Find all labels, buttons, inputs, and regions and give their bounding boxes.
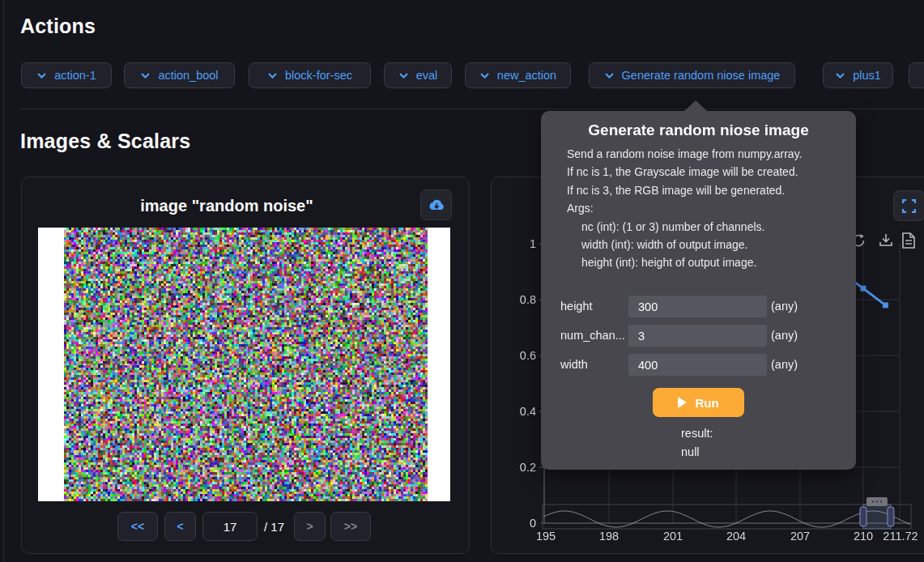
- action-button-action-bool[interactable]: action_bool: [124, 62, 235, 88]
- actions-heading: Actions: [20, 15, 96, 38]
- download-icon: [878, 232, 894, 249]
- section-divider: [20, 109, 924, 109]
- play-icon: [678, 397, 687, 408]
- arg-type-label: (any): [771, 300, 798, 313]
- image-card-title: image "random noise": [49, 197, 405, 215]
- chevron-down-icon: [36, 72, 47, 79]
- chevron-down-icon: [398, 72, 409, 79]
- chevron-down-icon: [267, 72, 278, 79]
- run-button[interactable]: Run: [653, 388, 744, 417]
- chevron-down-icon: [479, 72, 490, 79]
- noise-figure: [38, 228, 450, 501]
- cloud-download-icon: [428, 198, 445, 212]
- action-button-label: action-1: [54, 69, 96, 82]
- result-label: result:: [681, 427, 713, 440]
- fullscreen-expand-icon: [902, 199, 916, 213]
- action-button-generate-random-niose-image[interactable]: Generate random niose image: [589, 62, 795, 88]
- arg-row-width: width (any): [541, 354, 856, 377]
- chevron-down-icon: [140, 72, 151, 79]
- arg-input-height[interactable]: [628, 296, 767, 317]
- description-line: Args:: [567, 199, 803, 217]
- action-button-label: block-for-sec: [285, 69, 352, 82]
- pagination-last-button[interactable]: >>: [330, 512, 371, 541]
- pagination-prev-button[interactable]: <: [164, 512, 196, 541]
- document-icon: [901, 232, 916, 249]
- description-line: height (int): height of output image.: [567, 253, 803, 271]
- action-button-label: eval: [416, 69, 438, 82]
- app-page: Actions action-1 action_bool block-for-s…: [0, 0, 924, 562]
- chart-fullscreen-button[interactable]: [893, 190, 924, 221]
- description-line: If nc is 3, the RGB image will be genera…: [567, 181, 803, 199]
- chart-data-view-button[interactable]: [901, 232, 916, 252]
- images-scalars-heading: Images & Scalars: [20, 130, 190, 153]
- random-noise-image: [64, 228, 428, 501]
- chevron-down-icon: [604, 72, 615, 79]
- pagination-page-input[interactable]: [202, 512, 258, 541]
- arg-label: height: [560, 300, 593, 313]
- result-value: null: [681, 445, 700, 458]
- pagination-next-button[interactable]: >: [294, 512, 326, 541]
- description-line: width (int): width of output image.: [567, 236, 803, 253]
- arg-label: num_chan...: [560, 329, 625, 342]
- arg-row-num-channels: num_chan... (any): [541, 325, 856, 347]
- left-edge-divider: [3, 0, 4, 562]
- action-button-label: Generate random niose image: [622, 69, 781, 82]
- popover-title: Generate random niose image: [541, 121, 856, 139]
- action-button-partial[interactable]: [909, 62, 924, 88]
- description-line: nc (int): (1 or 3) number of channels.: [567, 218, 803, 236]
- arg-type-label: (any): [771, 329, 798, 342]
- arg-input-num-channels[interactable]: [628, 325, 767, 347]
- arg-type-label: (any): [771, 358, 798, 371]
- arg-input-width[interactable]: [628, 354, 767, 376]
- image-download-button[interactable]: [420, 189, 452, 220]
- chart-save-image-button[interactable]: [878, 232, 894, 252]
- pagination-first-button[interactable]: <<: [117, 512, 158, 541]
- chevron-down-icon: [835, 72, 845, 79]
- action-button-label: new_action: [497, 69, 556, 82]
- action-button-label: action_bool: [158, 69, 218, 82]
- arg-label: width: [560, 358, 588, 371]
- description-line: Send a random noise image from numpy.arr…: [567, 145, 803, 163]
- popover-arrow: [683, 100, 708, 112]
- action-button-plus1[interactable]: plus1: [823, 62, 893, 88]
- action-button-eval[interactable]: eval: [384, 62, 452, 88]
- action-button-new-action[interactable]: new_action: [465, 62, 571, 88]
- description-line: If nc is 1, the Grayscale image will be …: [567, 163, 803, 181]
- action-button-action-1[interactable]: action-1: [21, 62, 112, 88]
- run-button-label: Run: [695, 396, 718, 410]
- action-button-block-for-sec[interactable]: block-for-sec: [249, 62, 371, 88]
- action-button-label: plus1: [853, 69, 881, 82]
- generate-random-niose-image-popover: Generate random niose image Send a rando…: [541, 111, 856, 470]
- popover-description: Send a random noise image from numpy.arr…: [567, 145, 803, 272]
- pagination-total-label: / 17: [264, 512, 284, 541]
- arg-row-height: height (any): [541, 296, 856, 318]
